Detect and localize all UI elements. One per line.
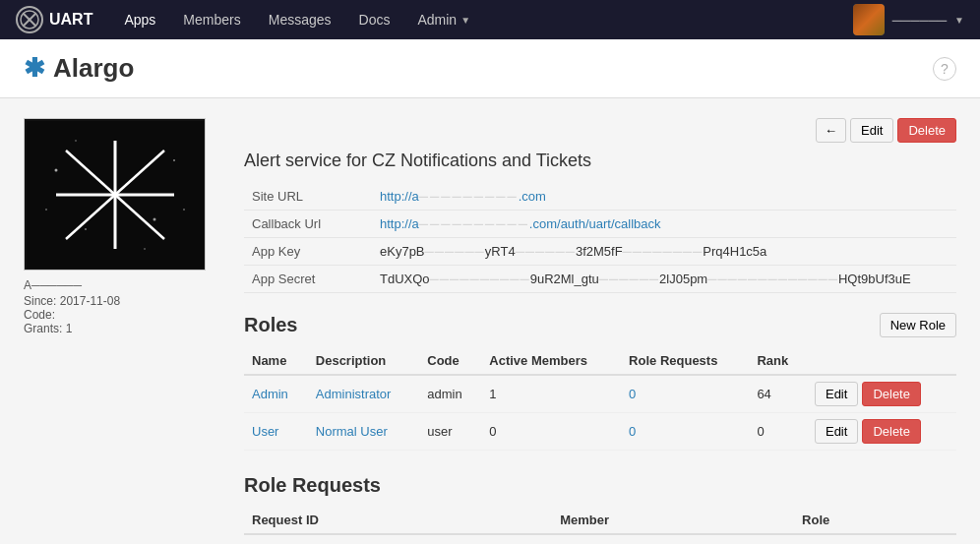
role-code-user: user bbox=[419, 413, 481, 451]
info-value-app-key: eKy7pB──────yRT4──────3f2M5fF────────Prq… bbox=[372, 238, 956, 266]
page-header: ✱ Alargo ? bbox=[0, 39, 980, 98]
role-members-admin: 1 bbox=[481, 375, 621, 413]
col-active-members: Active Members bbox=[481, 347, 621, 375]
left-panel: A────── Since: 2017-11-08 Code: Grants: … bbox=[24, 118, 220, 535]
role-desc-admin: Administrator bbox=[308, 375, 419, 413]
roles-header: Roles New Role bbox=[244, 313, 956, 337]
roles-title: Roles bbox=[244, 314, 297, 336]
info-label-callback-url: Callback Url bbox=[244, 211, 372, 238]
role-requests-table: Request ID Member Role bbox=[244, 507, 956, 535]
app-grants: Grants: 1 bbox=[24, 322, 220, 335]
info-label-app-key: App Key bbox=[244, 238, 372, 266]
info-label-app-secret: App Secret bbox=[244, 266, 372, 293]
info-row-site-url: Site URL http://a─────────.com bbox=[244, 183, 956, 211]
user-dropdown-arrow: ▼ bbox=[954, 15, 964, 26]
nav-right: ────── ▼ bbox=[853, 4, 964, 35]
col-request-id: Request ID bbox=[244, 507, 552, 534]
nav-item-admin[interactable]: Admin ▼ bbox=[405, 4, 482, 35]
svg-point-8 bbox=[54, 168, 57, 171]
help-icon[interactable]: ? bbox=[933, 57, 956, 81]
navbar-brand[interactable]: UART bbox=[16, 6, 92, 33]
user-edit-button[interactable]: Edit bbox=[815, 419, 858, 444]
logo-icon bbox=[16, 6, 43, 33]
admin-dropdown-arrow: ▼ bbox=[460, 15, 470, 26]
main-content: A────── Since: 2017-11-08 Code: Grants: … bbox=[0, 98, 980, 544]
right-panel: ← Edit Delete Alert service for CZ Notif… bbox=[244, 118, 956, 535]
roles-table-header: Name Description Code Active Members Rol… bbox=[244, 347, 956, 375]
col-rank: Rank bbox=[749, 347, 807, 375]
role-requests-admin: 0 bbox=[621, 375, 749, 413]
role-requests-user: 0 bbox=[621, 413, 749, 451]
navbar-nav: Apps Members Messages Docs Admin ▼ bbox=[112, 4, 852, 35]
delete-button[interactable]: Delete bbox=[897, 118, 956, 143]
avatar[interactable] bbox=[853, 4, 885, 35]
col-member: Member bbox=[552, 507, 794, 534]
role-actions-admin: Edit Delete bbox=[807, 375, 956, 413]
col-code: Code bbox=[419, 347, 481, 375]
role-actions-user: Edit Delete bbox=[807, 413, 956, 451]
svg-point-14 bbox=[75, 140, 77, 142]
col-role-requests: Role Requests bbox=[621, 347, 749, 375]
avatar-image bbox=[853, 4, 885, 35]
roles-table: Name Description Code Active Members Rol… bbox=[244, 347, 956, 451]
col-name: Name bbox=[244, 347, 308, 375]
info-label-site-url: Site URL bbox=[244, 183, 372, 211]
back-button[interactable]: ← bbox=[816, 118, 846, 143]
username-nav: ────── bbox=[892, 13, 947, 28]
info-table: Site URL http://a─────────.com Callback … bbox=[244, 183, 956, 293]
nav-item-docs[interactable]: Docs bbox=[347, 4, 402, 35]
title-text: Alargo bbox=[53, 53, 134, 84]
role-name-user: User bbox=[244, 413, 308, 451]
svg-point-11 bbox=[153, 217, 155, 220]
role-rank-user: 0 bbox=[749, 413, 807, 451]
info-value-site-url: http://a─────────.com bbox=[372, 183, 956, 211]
app-code: Code: bbox=[24, 308, 220, 322]
svg-point-12 bbox=[45, 209, 47, 211]
role-name-admin: Admin bbox=[244, 375, 308, 413]
brand-label: UART bbox=[49, 11, 92, 29]
roles-row-admin: Admin Administrator admin 1 0 64 Edit De… bbox=[244, 375, 956, 413]
page-title: ✱ Alargo bbox=[24, 53, 134, 84]
role-members-user: 0 bbox=[481, 413, 621, 451]
info-row-app-secret: App Secret TdUXQo──────────9uR2Ml_gtu───… bbox=[244, 266, 956, 293]
roles-row-user: User Normal User user 0 0 0 Edit Delete bbox=[244, 413, 956, 451]
edit-button[interactable]: Edit bbox=[850, 118, 893, 143]
role-desc-user: Normal User bbox=[308, 413, 419, 451]
nav-item-apps[interactable]: Apps bbox=[112, 4, 167, 35]
nav-item-messages[interactable]: Messages bbox=[257, 4, 343, 35]
new-role-button[interactable]: New Role bbox=[880, 313, 956, 337]
col-actions bbox=[807, 347, 956, 375]
info-row-app-key: App Key eKy7pB──────yRT4──────3f2M5fF───… bbox=[244, 238, 956, 266]
app-since: Since: 2017-11-08 bbox=[24, 294, 220, 308]
edit-delete-bar: ← Edit Delete bbox=[244, 118, 956, 143]
role-code-admin: admin bbox=[419, 375, 481, 413]
alert-service-title: Alert service for CZ Notifications and T… bbox=[244, 151, 956, 171]
col-role: Role bbox=[794, 507, 956, 534]
role-requests-title: Role Requests bbox=[244, 474, 956, 497]
svg-point-10 bbox=[85, 228, 87, 230]
svg-point-9 bbox=[173, 159, 175, 161]
admin-edit-button[interactable]: Edit bbox=[815, 382, 858, 406]
app-name-small: A────── bbox=[24, 278, 220, 292]
app-image bbox=[24, 118, 206, 271]
svg-point-13 bbox=[183, 209, 185, 211]
role-rank-admin: 64 bbox=[749, 375, 807, 413]
role-requests-header: Request ID Member Role bbox=[244, 507, 956, 534]
navbar: UART Apps Members Messages Docs Admin ▼ … bbox=[0, 0, 980, 39]
info-value-callback-url: http://a──────────.com/auth/uart/callbac… bbox=[372, 211, 956, 238]
admin-delete-button[interactable]: Delete bbox=[862, 382, 921, 406]
nav-item-members[interactable]: Members bbox=[171, 4, 252, 35]
info-value-app-secret: TdUXQo──────────9uR2Ml_gtu──────2lJ05pm─… bbox=[372, 266, 956, 293]
user-delete-button[interactable]: Delete bbox=[862, 419, 921, 444]
title-asterisk: ✱ bbox=[24, 53, 45, 84]
svg-point-15 bbox=[144, 248, 146, 250]
col-description: Description bbox=[308, 347, 419, 375]
info-row-callback-url: Callback Url http://a──────────.com/auth… bbox=[244, 211, 956, 238]
